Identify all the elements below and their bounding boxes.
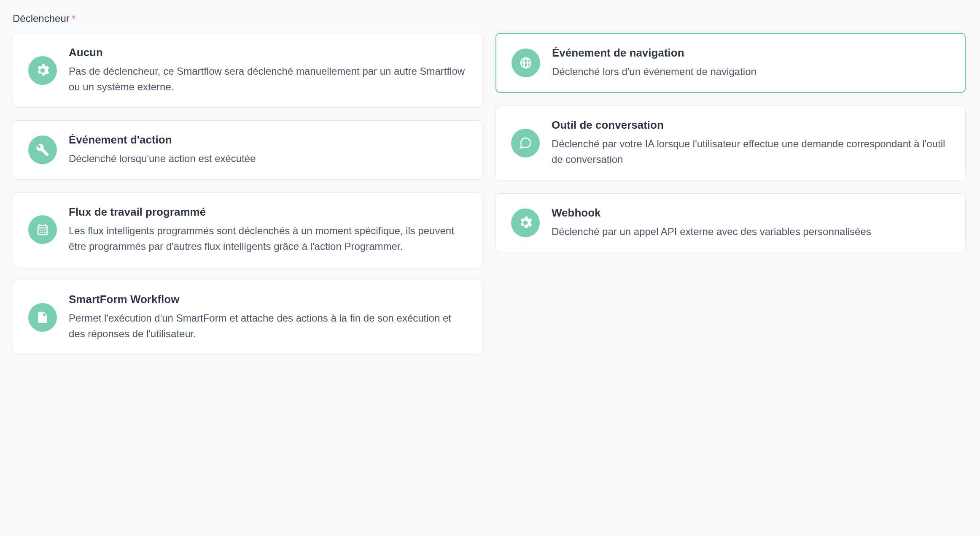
trigger-card-smartform[interactable]: SmartForm Workflow Permet l'exécution d'… xyxy=(13,280,483,355)
trigger-card-none[interactable]: Aucun Pas de déclencheur, ce Smartflow s… xyxy=(13,33,483,108)
trigger-card-action[interactable]: Événement d'action Déclenché lorsqu'une … xyxy=(13,120,483,179)
trigger-card-body: Flux de travail programmé Les flux intel… xyxy=(69,206,467,254)
trigger-description: Déclenché par un appel API externe avec … xyxy=(552,224,950,239)
gear-icon xyxy=(28,56,57,85)
trigger-card-body: Événement d'action Déclenché lorsqu'une … xyxy=(69,133,467,166)
trigger-title: Outil de conversation xyxy=(552,119,950,132)
trigger-card-body: SmartForm Workflow Permet l'exécution d'… xyxy=(69,293,467,341)
trigger-description: Déclenché par votre IA lorsque l'utilisa… xyxy=(552,136,950,167)
trigger-description: Déclenché lors d'un événement de navigat… xyxy=(552,64,950,79)
trigger-description: Les flux intelligents programmés sont dé… xyxy=(69,223,467,254)
trigger-title: Événement de navigation xyxy=(552,46,950,60)
trigger-card-navigation[interactable]: Événement de navigation Déclenché lors d… xyxy=(495,33,966,93)
wrench-icon xyxy=(28,135,57,164)
trigger-card-body: Aucun Pas de déclencheur, ce Smartflow s… xyxy=(69,46,467,95)
section-label: Déclencheur * xyxy=(13,13,967,24)
calendar-icon xyxy=(28,215,57,244)
trigger-title: Webhook xyxy=(552,206,950,219)
trigger-card-webhook[interactable]: Webhook Déclenché par un appel API exter… xyxy=(495,193,966,252)
trigger-description: Déclenché lorsqu'une action est exécutée xyxy=(69,151,467,166)
trigger-card-conversation[interactable]: Outil de conversation Déclenché par votr… xyxy=(495,106,966,180)
trigger-card-body: Webhook Déclenché par un appel API exter… xyxy=(552,206,950,239)
required-indicator: * xyxy=(72,14,75,24)
trigger-grid: Aucun Pas de déclencheur, ce Smartflow s… xyxy=(13,33,966,355)
file-icon xyxy=(28,303,57,332)
globe-icon xyxy=(512,49,540,77)
trigger-card-body: Événement de navigation Déclenché lors d… xyxy=(552,46,950,79)
trigger-column-right: Événement de navigation Déclenché lors d… xyxy=(495,33,966,355)
gear-icon xyxy=(511,208,540,237)
trigger-title: Événement d'action xyxy=(69,133,467,146)
trigger-title: Aucun xyxy=(69,46,467,59)
trigger-card-body: Outil de conversation Déclenché par votr… xyxy=(552,119,950,167)
trigger-title: SmartForm Workflow xyxy=(69,293,467,306)
trigger-column-left: Aucun Pas de déclencheur, ce Smartflow s… xyxy=(13,33,483,355)
chat-icon xyxy=(511,129,540,157)
trigger-description: Pas de déclencheur, ce Smartflow sera dé… xyxy=(69,63,467,95)
trigger-title: Flux de travail programmé xyxy=(69,206,467,219)
section-label-text: Déclencheur xyxy=(13,13,70,24)
trigger-description: Permet l'exécution d'un SmartForm et att… xyxy=(69,310,467,341)
trigger-card-scheduled[interactable]: Flux de travail programmé Les flux intel… xyxy=(13,192,483,267)
